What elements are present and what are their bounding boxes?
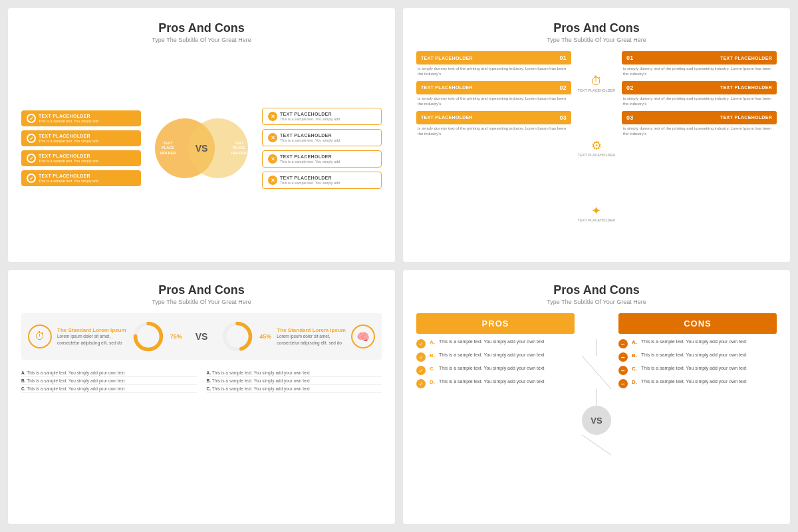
pros-row-2: ✓ B. This is a sample text. You simply a… (416, 352, 575, 362)
venn-vs: VS (196, 143, 208, 154)
cons-text-row-3: This is a sample text. You simply add yo… (641, 366, 746, 370)
pros-letter-1: A. (430, 339, 435, 345)
slide3-right-icon: 🧠 (351, 325, 375, 348)
slide4-content: PROS CONS ✓ A. This is a sample text. Yo… (416, 313, 777, 507)
check-icon-pros-2: ✓ (416, 352, 426, 362)
cons-item-4: ✕ TEXT PLACEHOLDER This is a sample text… (262, 172, 382, 189)
slide2-right-row-2: 02 TEXT PLACEHOLDER is simply dummy text… (622, 81, 777, 107)
pros-item-4: ✓ TEXT PLACEHOLDER This is a sample text… (21, 170, 141, 186)
cons-row-1: − A. This is a sample text. You simply a… (618, 339, 777, 348)
x-icon-2: ✕ (268, 133, 277, 142)
cons-item-2: ✕ TEXT PLACEHOLDER This is a sample text… (262, 129, 382, 146)
slide2-left-badge-3: TEXT PLACEHOLDER 03 (416, 111, 571, 124)
slide2-left-body-1: is simply dummy text of the printing and… (416, 66, 571, 77)
pros-text-2: TEXT PLACEHOLDER This is a sample text. … (39, 134, 98, 143)
cons-row-4: − D. This is a sample text. You simply a… (618, 379, 777, 388)
check-icon-pros-1: ✓ (416, 339, 426, 348)
pros-text-row-2: This is a sample text. You simply add yo… (439, 352, 544, 357)
slide2-right-row-1: 01 TEXT PLACEHOLDER is simply dummy text… (622, 51, 777, 77)
slide4-pros-col: ✓ A. This is a sample text. You simply a… (416, 339, 575, 455)
pros-row-4: ✓ D. This is a sample text. You simply a… (416, 379, 575, 388)
x-icon-4: ✕ (268, 176, 277, 185)
slide2-left-body-3: is simply dummy text of the printing and… (416, 126, 571, 137)
x-icon-3: ✕ (268, 154, 277, 164)
cons-row-2: − B. This is a sample text. You simply a… (618, 352, 777, 362)
cons-header: CONS (618, 313, 777, 334)
slide2-left-row-1: TEXT PLACEHOLDER 01 is simply dummy text… (416, 51, 571, 77)
slide3-right-side: 45% The Standard Lorem Ipsum Lorem ipsum… (221, 320, 375, 353)
check-icon-1: ✓ (27, 114, 36, 123)
cons-text-3: TEXT PLACEHOLDER This is a sample text. … (280, 154, 340, 164)
slide3-comparison: ⏱ The Standard Lorem Ipsum Lorem ipsum d… (21, 313, 382, 360)
slide1-title: Pros And Cons (21, 21, 382, 35)
slide2-right-body-3: is simply dummy text of the printing and… (622, 126, 777, 137)
pros-item-3: ✓ TEXT PLACEHOLDER This is a sample text… (21, 150, 141, 166)
slide3-right-item-1: A. This is a sample text. You simply add… (207, 369, 382, 377)
cons-letter-2: B. (632, 352, 637, 358)
pros-text-row-1: This is a sample text. You simply add yo… (439, 339, 544, 344)
slide3-left-list: A. This is a sample text. You simply add… (21, 369, 197, 393)
slide3-left-item-1: A. This is a sample text. You simply add… (21, 369, 197, 377)
x-icon-1: ✕ (268, 112, 277, 121)
slide2-mid-label-2: TEXT PLACEHOLDER (578, 153, 615, 157)
slide3-left-pct: 75% (170, 333, 182, 340)
pros-text-3: TEXT PLACEHOLDER This is a sample text. … (39, 154, 98, 163)
pros-row-1: ✓ A. This is a sample text. You simply a… (416, 339, 575, 348)
slide2-left-col: TEXT PLACEHOLDER 01 is simply dummy text… (416, 51, 571, 245)
slide3-content: ⏱ The Standard Lorem Ipsum Lorem ipsum d… (21, 313, 382, 507)
slide2-left-row-3: TEXT PLACEHOLDER 03 is simply dummy text… (416, 111, 571, 137)
slide4-cons-col: − A. This is a sample text. You simply a… (618, 339, 777, 455)
cons-text-row-1: This is a sample text. You simply add yo… (641, 339, 746, 344)
pros-item-1: ✓ TEXT PLACEHOLDER This is a sample text… (21, 110, 141, 126)
venn-label-right: TEXTPLACEHOLDER (231, 141, 247, 155)
pros-letter-4: D. (430, 379, 435, 385)
slide1-content: ✓ TEXT PLACEHOLDER This is a sample text… (21, 51, 382, 245)
slide3-left-donut (132, 320, 165, 353)
slide1-subtitle: Type The Subtitle Of Your Great Here (21, 37, 382, 43)
slide2-mid-2: ⚙ TEXT PLACEHOLDER (578, 138, 615, 157)
check-icon-pros-3: ✓ (416, 366, 426, 375)
svg-line-5 (582, 356, 611, 389)
pros-text-1: TEXT PLACEHOLDER This is a sample text. … (39, 114, 98, 123)
slide3-right-pct: 45% (259, 333, 271, 340)
slide2-left-row-2: TEXT PLACEHOLDER 02 is simply dummy text… (416, 81, 571, 107)
cons-text-1: TEXT PLACEHOLDER This is a sample text. … (280, 112, 340, 121)
pros-letter-3: C. (430, 366, 435, 372)
cons-text-row-2: This is a sample text. You simply add yo… (641, 352, 746, 357)
cons-text-2: TEXT PLACEHOLDER This is a sample text. … (280, 133, 340, 142)
check-icon-2: ✓ (27, 134, 36, 143)
slide3-right-item-2: B. This is a sample text. You simply add… (207, 377, 382, 385)
slide4-subtitle: Type The Subtitle Of Your Great Here (416, 299, 777, 305)
slide2-right-body-2: is simply dummy text of the printing and… (622, 96, 777, 107)
slide-3: Pros And Cons Type The Subtitle Of Your … (8, 270, 395, 524)
slide2-content: TEXT PLACEHOLDER 01 is simply dummy text… (416, 51, 777, 245)
vs-diagonal-lines (582, 339, 611, 406)
cons-row-3: − C. This is a sample text. You simply a… (618, 366, 777, 375)
slide4-headers: PROS CONS (416, 313, 777, 334)
slide3-left-item-2: B. This is a sample text. You simply add… (21, 377, 197, 385)
vs-bottom-lines (582, 435, 611, 455)
slide3-right-desc: Lorem ipsum dolor sit amet, consectetur … (277, 333, 346, 345)
venn-label-left: TEXTPLACEHOLDER (160, 141, 176, 155)
slide3-title: Pros And Cons (21, 283, 382, 297)
slide-1: Pros And Cons Type The Subtitle Of Your … (8, 8, 395, 262)
slide3-lists: A. This is a sample text. You simply add… (21, 369, 382, 393)
timer-icon: ⏱ (578, 74, 615, 88)
slide2-mid-label-3: TEXT PLACEHOLDER (578, 218, 615, 222)
cons-text-4: TEXT PLACEHOLDER This is a sample text. … (280, 176, 340, 185)
pros-text-row-4: This is a sample text. You simply add yo… (439, 379, 544, 384)
slide3-left-side: ⏱ The Standard Lorem Ipsum Lorem ipsum d… (28, 320, 182, 353)
slide3-left-info: The Standard Lorem Ipsum Lorem ipsum dol… (57, 327, 126, 345)
pros-item-2: ✓ TEXT PLACEHOLDER This is a sample text… (21, 130, 141, 146)
slide2-left-body-2: is simply dummy text of the printing and… (416, 96, 571, 107)
slide3-right-list: A. This is a sample text. You simply add… (207, 369, 382, 393)
cons-list: ✕ TEXT PLACEHOLDER This is a sample text… (262, 108, 382, 189)
slide3-left-title: The Standard Lorem Ipsum (57, 327, 126, 333)
slide2-right-row-3: 03 TEXT PLACEHOLDER is simply dummy text… (622, 111, 777, 137)
slide2-mid-3: ✦ TEXT PLACEHOLDER (578, 203, 615, 222)
slide3-left-desc: Lorem ipsum dolor sit amet, consectetur … (57, 333, 126, 345)
cons-letter-3: C. (632, 366, 637, 372)
check-icon-4: ✓ (27, 174, 36, 183)
pros-text-4: TEXT PLACEHOLDER This is a sample text. … (39, 174, 98, 183)
slide2-left-badge-2: TEXT PLACEHOLDER 02 (416, 81, 571, 94)
